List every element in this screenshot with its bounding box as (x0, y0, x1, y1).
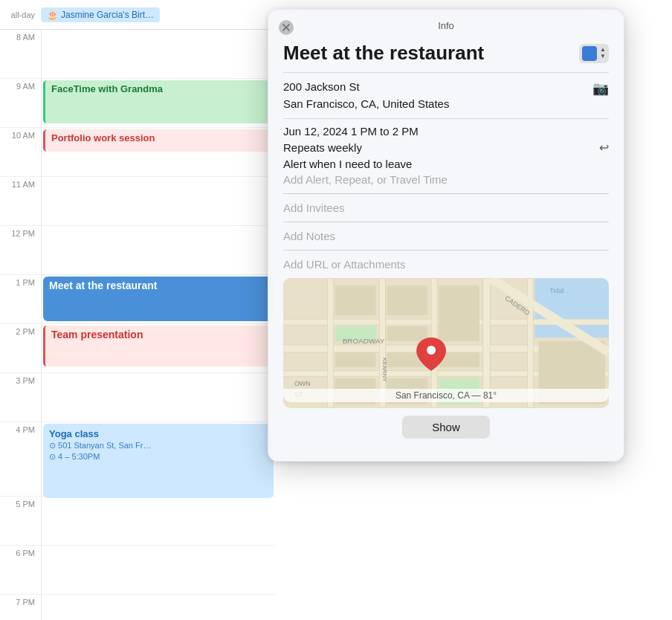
restaurant-event[interactable]: Meet at the restaurant (43, 277, 274, 321)
popup-title: Info (280, 20, 612, 39)
popup-header: Info (268, 10, 624, 39)
map-caption: San Francisco, CA — 81° (283, 389, 609, 402)
time-content-7pm (41, 595, 275, 620)
alert-text: Alert when I need to leave (283, 158, 609, 170)
time-slot-6pm: 6 PM (0, 546, 275, 595)
svg-text:KEARNY: KEARNY (381, 358, 388, 382)
time-content-2pm: Team presentation (41, 324, 275, 372)
svg-rect-16 (439, 285, 479, 341)
stepper-arrows[interactable]: ▲ ▼ (600, 47, 606, 59)
time-content-10am: Portfolio work session (41, 128, 275, 176)
time-label-5pm: 5 PM (0, 497, 41, 508)
section-divider-1 (283, 193, 609, 194)
time-label-12pm: 12 PM (0, 226, 41, 238)
repeat-text: Repeats weekly (283, 141, 362, 154)
svg-text:BROADWAY: BROADWAY (343, 337, 385, 345)
time-label-2pm: 2 PM (0, 324, 41, 336)
location-row: 200 Jackson St San Francisco, CA, United… (283, 79, 609, 112)
time-content-9am: FaceTime with Grandma (41, 79, 275, 127)
time-label-10am: 10 AM (0, 128, 41, 140)
yoga-location-icon: ⊙ (49, 441, 56, 450)
popup-body: Meet at the restaurant ▲ ▼ 200 Jackson S… (268, 42, 624, 461)
svg-point-32 (427, 346, 436, 355)
show-button[interactable]: Show (402, 416, 490, 439)
close-icon (282, 24, 290, 31)
time-content-12pm (41, 226, 275, 274)
time-label-4pm: 4 PM (0, 422, 41, 434)
stepper-down-icon[interactable]: ▼ (600, 54, 606, 59)
time-slot-4pm: 4 PM Yoga class ⊙ 501 Stanyan St, San Fr… (0, 422, 275, 497)
facetime-event[interactable]: FaceTime with Grandma (43, 80, 274, 123)
time-label-11am: 11 AM (0, 177, 41, 189)
time-content-1pm: Meet at the restaurant (41, 275, 275, 323)
time-grid: 8 AM 9 AM FaceTime with Grandma 10 AM Po… (0, 30, 275, 620)
add-notes-button[interactable]: Add Notes (283, 230, 609, 242)
time-label-9am: 9 AM (0, 79, 41, 91)
close-button[interactable] (279, 20, 294, 35)
add-alert-button[interactable]: Add Alert, Repeat, or Travel Time (283, 173, 609, 186)
time-content-4pm: Yoga class ⊙ 501 Stanyan St, San Fr… ⊙ 4… (41, 422, 275, 496)
repeat-row: Repeats weekly ↩ (283, 141, 609, 155)
time-content-3pm (41, 373, 275, 422)
time-content-5pm (41, 497, 275, 545)
svg-rect-17 (335, 352, 376, 367)
time-slot-8am: 8 AM (0, 30, 275, 79)
time-slot-3pm: 3 PM (0, 373, 275, 422)
video-icon[interactable]: 📷 (592, 80, 609, 97)
repeat-icon[interactable]: ↩ (599, 141, 609, 155)
section-divider-3 (283, 250, 609, 251)
allday-row: all-day 🎂 Jasmine Garcia's Birt… (0, 0, 275, 30)
time-slot-9am: 9 AM FaceTime with Grandma (0, 79, 275, 128)
time-slot-1pm: 1 PM Meet at the restaurant (0, 275, 275, 324)
time-content-6pm (41, 546, 275, 594)
event-title: Meet at the restaurant (283, 42, 484, 65)
section-divider-2 (283, 222, 609, 222)
allday-event[interactable]: 🎂 Jasmine Garcia's Birt… (41, 7, 160, 22)
time-slot-7pm: 7 PM (0, 595, 275, 620)
location-text: 200 Jackson St San Francisco, CA, United… (283, 79, 449, 112)
info-popup: Info Meet at the restaurant ▲ ▼ 200 Jack… (268, 9, 624, 462)
portfolio-event[interactable]: Portfolio work session (43, 129, 274, 152)
divider-1 (283, 72, 609, 73)
time-label-7pm: 7 PM (0, 595, 41, 607)
svg-text:OWN: OWN (294, 380, 311, 387)
time-label-6pm: 6 PM (0, 546, 41, 558)
stepper-up-icon[interactable]: ▲ (600, 47, 606, 53)
add-invitees-button[interactable]: Add Invitees (283, 201, 609, 214)
yoga-event[interactable]: Yoga class ⊙ 501 Stanyan St, San Fr… ⊙ 4… (43, 424, 274, 498)
svg-rect-12 (335, 285, 376, 315)
divider-2 (283, 118, 609, 119)
svg-rect-15 (387, 326, 427, 341)
add-url-button[interactable]: Add URL or Attachments (283, 258, 609, 271)
color-picker[interactable]: ▲ ▼ (579, 44, 609, 63)
time-slot-5pm: 5 PM (0, 497, 275, 546)
svg-text:Tidal: Tidal (549, 287, 563, 294)
time-slot-11am: 11 AM (0, 177, 275, 226)
time-content-8am (41, 30, 275, 78)
datetime-text: Jun 12, 2024 1 PM to 2 PM (283, 125, 609, 138)
map-area[interactable]: BROADWAY KEARNY CADERO OWN ST Tidal San … (283, 278, 609, 408)
time-slot-2pm: 2 PM Team presentation (0, 324, 275, 373)
team-event[interactable]: Team presentation (43, 326, 274, 366)
birthday-icon: 🎂 (47, 10, 58, 20)
time-label-1pm: 1 PM (0, 275, 41, 287)
time-label-3pm: 3 PM (0, 373, 41, 385)
svg-rect-13 (387, 285, 427, 315)
color-swatch (582, 46, 597, 61)
allday-label: all-day (0, 10, 41, 19)
time-slot-12pm: 12 PM (0, 226, 275, 275)
yoga-clock-icon: ⊙ (49, 452, 56, 461)
event-title-row: Meet at the restaurant ▲ ▼ (283, 42, 609, 65)
time-slot-10am: 10 AM Portfolio work session (0, 128, 275, 177)
time-label-8am: 8 AM (0, 30, 41, 42)
time-content-11am (41, 177, 275, 225)
